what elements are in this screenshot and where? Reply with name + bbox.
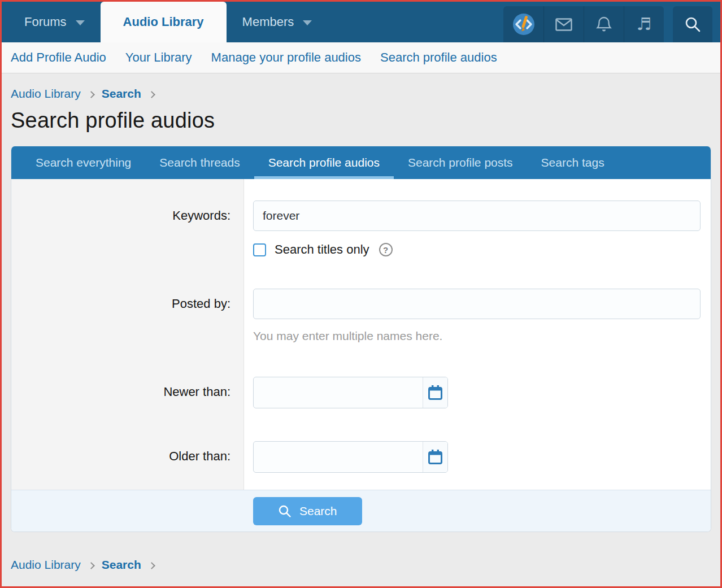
- posted-by-input[interactable]: [253, 289, 701, 319]
- help-icon[interactable]: ?: [379, 243, 393, 256]
- tab-search-threads[interactable]: Search threads: [145, 146, 254, 179]
- calendar-icon: [428, 449, 443, 465]
- breadcrumb-audio-library[interactable]: Audio Library: [11, 558, 81, 572]
- messages-button[interactable]: [543, 6, 584, 42]
- nav-item-audio-library[interactable]: Audio Library: [101, 2, 227, 42]
- calendar-icon: [428, 385, 443, 400]
- breadcrumb-bottom: Audio Library Search: [2, 532, 720, 572]
- older-than-date-group: [253, 441, 448, 473]
- breadcrumb-audio-library[interactable]: Audio Library: [11, 87, 81, 101]
- chevron-right-icon: [88, 562, 95, 569]
- navbar-icon-group: ♬: [503, 6, 664, 42]
- nav-forums-label: Forums: [24, 15, 67, 29]
- nav-audio-library-label: Audio Library: [123, 15, 204, 29]
- nav-item-forums[interactable]: Forums: [10, 2, 99, 42]
- keywords-input[interactable]: [253, 201, 701, 231]
- breadcrumb-search[interactable]: Search: [102, 558, 141, 572]
- keywords-row: Keywords: Search titles only ?: [11, 201, 711, 257]
- older-than-label: Older than:: [11, 441, 244, 473]
- tab-search-profile-audios[interactable]: Search profile audios: [254, 146, 394, 179]
- alerts-button[interactable]: [584, 6, 624, 42]
- code-paintbrush-avatar-icon: [512, 13, 535, 36]
- tab-search-profile-posts[interactable]: Search profile posts: [394, 146, 527, 179]
- top-navbar: Forums Audio Library Members: [2, 2, 720, 42]
- newer-than-date-group: [253, 377, 448, 408]
- bell-icon: [596, 16, 612, 33]
- older-than-calendar-button[interactable]: [423, 442, 447, 472]
- tab-search-tags[interactable]: Search tags: [527, 146, 619, 179]
- older-than-input[interactable]: [254, 442, 423, 472]
- posted-by-row: Posted by: You may enter multiple names …: [11, 289, 711, 343]
- search-form-block: Search everything Search threads Search …: [11, 146, 711, 532]
- search-titles-only-label: Search titles only: [275, 242, 369, 257]
- titles-only-row: Search titles only ?: [253, 242, 701, 257]
- search-form: Keywords: Search titles only ? Posted by…: [11, 179, 711, 490]
- keywords-label: Keywords:: [11, 201, 244, 257]
- music-note-icon: ♬: [637, 16, 652, 33]
- search-titles-only-checkbox[interactable]: [253, 243, 266, 256]
- newer-than-calendar-button[interactable]: [423, 377, 447, 408]
- subnav-link-add-profile-audio[interactable]: Add Profile Audio: [11, 50, 106, 65]
- subnav-link-your-library[interactable]: Your Library: [125, 50, 192, 65]
- posted-by-hint: You may enter multiple names here.: [253, 329, 701, 343]
- form-footer: Search: [11, 490, 711, 532]
- search-submit-label: Search: [299, 504, 337, 518]
- envelope-icon: [555, 18, 572, 31]
- breadcrumb-search[interactable]: Search: [102, 87, 141, 101]
- search-toggle-button[interactable]: [673, 6, 712, 42]
- search-icon: [278, 504, 292, 518]
- nav-item-members[interactable]: Members: [228, 2, 327, 42]
- search-icon: [684, 16, 701, 33]
- chevron-right-icon: [148, 91, 155, 98]
- chevron-down-icon: [76, 20, 85, 25]
- chevron-right-icon: [88, 91, 95, 98]
- subnav-link-manage-profile-audios[interactable]: Manage your profile audios: [211, 50, 361, 65]
- navbar-icon-tray: ♬: [503, 2, 712, 42]
- newer-than-input[interactable]: [254, 377, 423, 408]
- older-than-row: Older than:: [11, 441, 711, 473]
- nav-members-label: Members: [242, 15, 294, 29]
- subnav-link-search-profile-audios[interactable]: Search profile audios: [380, 50, 497, 65]
- posted-by-label: Posted by:: [11, 289, 244, 343]
- breadcrumb: Audio Library Search: [2, 73, 720, 101]
- search-tabs: Search everything Search threads Search …: [11, 146, 711, 179]
- sub-navigation: Add Profile Audio Your Library Manage yo…: [2, 42, 720, 73]
- audio-library-quick-button[interactable]: ♬: [624, 6, 664, 42]
- newer-than-row: Newer than:: [11, 377, 711, 408]
- page-title: Search profile audios: [2, 101, 720, 133]
- newer-than-label: Newer than:: [11, 377, 244, 408]
- avatar[interactable]: [503, 6, 543, 42]
- chevron-right-icon: [148, 562, 155, 569]
- search-submit-button[interactable]: Search: [253, 497, 362, 525]
- chevron-down-icon: [303, 20, 312, 25]
- tab-search-everything[interactable]: Search everything: [21, 146, 145, 179]
